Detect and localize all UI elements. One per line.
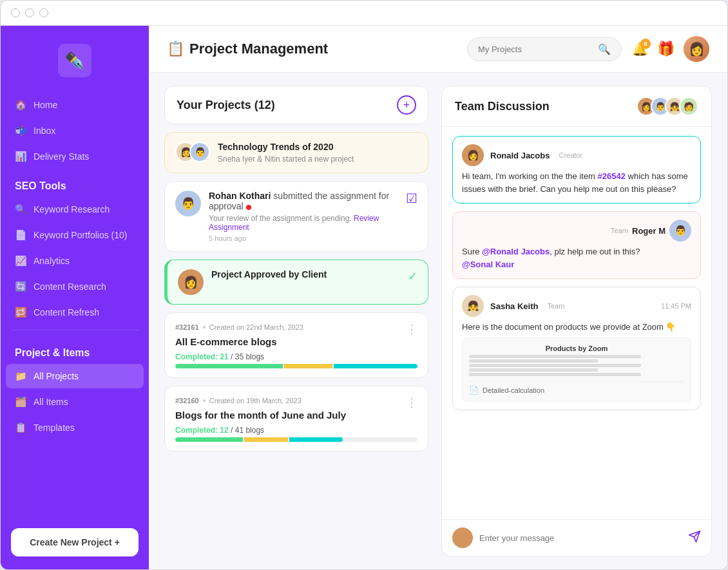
plc-created: Created on 22nd March, 2023 [209, 323, 303, 331]
sidebar-item-home[interactable]: 🏠 Home [6, 93, 144, 117]
approval-title: Rohan Kothari submitted the assignment f… [209, 191, 398, 211]
project-card-approved[interactable]: 👩 Project Approved by Client ✓ [164, 260, 428, 305]
approved-avatar: 👩 [178, 269, 204, 295]
analytics-icon: 📈 [15, 255, 27, 267]
add-project-button[interactable]: + [397, 95, 416, 115]
projects-panel: Your Projects (12) + 👩 👨 Technology Tren… [164, 86, 428, 556]
window-close-btn[interactable] [11, 8, 20, 17]
plc-title: All E-commerce blogs [175, 336, 417, 347]
plc-meta-2: #32160 Created on 19th March, 2023 [175, 397, 302, 404]
main-content: 📋 Project Management 🔍 🔔 8 🎁 👩 [149, 26, 727, 569]
avatar-group: 👩 👨 👧 🧑 [637, 97, 698, 116]
doc-title: Products by Zoom [469, 345, 684, 352]
app-body: ✒️ 🏠 Home 📬 Inbox 📊 Delivery Stats SEO T… [1, 26, 727, 569]
msg-right-header-2: Team Roger M 👨 [462, 220, 691, 242]
sidebar-item-all-items[interactable]: 🗂️ All Items [6, 390, 144, 414]
msg-role-2: Team [611, 227, 628, 234]
msg-name-3: Sasha Keith [490, 301, 538, 311]
send-icon [688, 530, 701, 543]
msg-role-1: Creator [559, 151, 582, 159]
more-options-icon[interactable]: ⋮ [406, 322, 417, 336]
plc-header: #32161 Created on 22nd March, 2023 ⋮ [175, 322, 417, 336]
submitter-name: Rohan Kothari [209, 191, 271, 201]
content-refresh-icon: 🔁 [15, 307, 27, 318]
sidebar-item-label: Keyword Portfolios (10) [34, 230, 128, 240]
msg-header-1: 👩 Ronald Jacobs Creator [462, 144, 691, 166]
review-dot [246, 205, 251, 210]
plc-title-2: Blogs for the month of June and July [175, 410, 417, 421]
app-header: 📋 Project Management 🔍 🔔 8 🎁 👩 [149, 26, 727, 73]
sidebar-item-label: Content Research [34, 281, 106, 292]
doc-lines [469, 355, 684, 376]
sidebar-bottom: Create New Project + [1, 518, 149, 556]
sidebar-item-all-projects[interactable]: 📁 All Projects [6, 364, 144, 388]
gift-icon[interactable]: 🎁 [657, 41, 675, 57]
content-research-icon: 🔄 [15, 281, 27, 292]
sidebar-item-label: Home [34, 100, 57, 110]
msg-header-3: 👧 Sasha Keith Team 11:45 PM [462, 295, 691, 317]
project-list-card-ecommerce[interactable]: #32161 Created on 22nd March, 2023 ⋮ All… [164, 312, 428, 378]
stats-icon: 📊 [15, 151, 27, 162]
item-link[interactable]: #26542 [598, 171, 626, 181]
msg-avatar-1: 👩 [462, 144, 484, 166]
checkbox-icon: ☑ [406, 191, 417, 206]
plc-header-2: #32160 Created on 19th March, 2023 ⋮ [175, 395, 417, 410]
notifications-button[interactable]: 🔔 8 [632, 41, 648, 57]
sidebar-divider [11, 330, 139, 330]
sidebar-item-analytics[interactable]: 📈 Analytics [6, 249, 144, 273]
send-button[interactable] [688, 530, 701, 546]
inbox-icon: 📬 [15, 125, 27, 137]
sidebar-item-label: Templates [34, 423, 75, 433]
sidebar-item-keyword-research[interactable]: 🔍 Keyword Research [6, 197, 144, 222]
project-card-technology-trends[interactable]: 👩 👨 Technology Trends of 2020 Sneha Iyer… [164, 132, 428, 173]
approval-info: Rohan Kothari submitted the assignment f… [209, 191, 398, 242]
more-options-icon-2[interactable]: ⋮ [406, 395, 417, 410]
message-input-area [442, 519, 711, 556]
msg-name-2: Roger M [632, 226, 666, 236]
notification-badge: 8 [640, 39, 651, 49]
sidebar-item-templates[interactable]: 📋 Templates [6, 415, 144, 440]
message-input[interactable] [479, 533, 682, 543]
sidebar-item-label: All Items [34, 397, 68, 407]
plc-progress-label-2: Completed: 12 / 41 blogs [175, 426, 417, 435]
app-logo-icon: ✒️ [58, 44, 91, 77]
search-icon: 🔍 [598, 43, 611, 55]
project-card-approval[interactable]: 👨 Rohan Kothari submitted the assignment… [164, 181, 428, 252]
project-list-card-blogs[interactable]: #32160 Created on 19th March, 2023 ⋮ Blo… [164, 386, 428, 451]
window-min-btn[interactable] [25, 8, 34, 17]
plc-id-2: #32160 [175, 397, 199, 404]
review-assignment-link[interactable]: Review Assignment [209, 214, 379, 232]
mention-1: @Ronald Jacobs [482, 247, 550, 256]
plc-dot-2 [203, 399, 206, 402]
sidebar-item-keyword-portfolios[interactable]: 📄 Keyword Portfolios (10) [6, 223, 144, 247]
sidebar-item-inbox[interactable]: 📬 Inbox [6, 119, 144, 143]
sidebar-item-content-refresh[interactable]: 🔁 Content Refresh [6, 300, 144, 325]
search-input[interactable] [478, 44, 593, 54]
window-max-btn[interactable] [39, 8, 48, 17]
completed-label-2: Completed: [175, 426, 220, 435]
plc-meta: #32161 Created on 22nd March, 2023 [175, 323, 303, 331]
completed-num-2: 12 [220, 426, 228, 435]
progress-yellow [284, 364, 332, 368]
sidebar-item-delivery-stats[interactable]: 📊 Delivery Stats [6, 144, 144, 169]
progress-yellow-2 [244, 437, 288, 442]
document-preview[interactable]: Products by Zoom 📄 [462, 337, 691, 402]
discussion-title: Team Discussion [455, 100, 550, 113]
discussion-panel: Team Discussion 👩 👨 👧 🧑 👩 [441, 86, 712, 556]
progress-green [175, 364, 283, 368]
sidebar: ✒️ 🏠 Home 📬 Inbox 📊 Delivery Stats SEO T… [1, 26, 149, 569]
completed-label: Completed: [175, 352, 220, 361]
message-ronald: 👩 Ronald Jacobs Creator Hi team, I'm wor… [452, 136, 701, 204]
discussion-header: Team Discussion 👩 👨 👧 🧑 [442, 86, 711, 127]
create-project-button[interactable]: Create New Project + [11, 528, 139, 556]
doc-line [469, 355, 641, 358]
msg-time-3: 11:45 PM [661, 302, 691, 310]
user-avatar[interactable]: 👩 [684, 36, 709, 62]
search-bar[interactable]: 🔍 [467, 37, 622, 61]
title-bar [1, 1, 727, 26]
project-section-title: Project & Items [1, 336, 149, 364]
sidebar-item-content-research[interactable]: 🔄 Content Research [6, 274, 144, 299]
app-window: ✒️ 🏠 Home 📬 Inbox 📊 Delivery Stats SEO T… [0, 0, 728, 570]
approved-name: Project Approved by Client [211, 269, 400, 280]
doc-line [469, 359, 598, 363]
